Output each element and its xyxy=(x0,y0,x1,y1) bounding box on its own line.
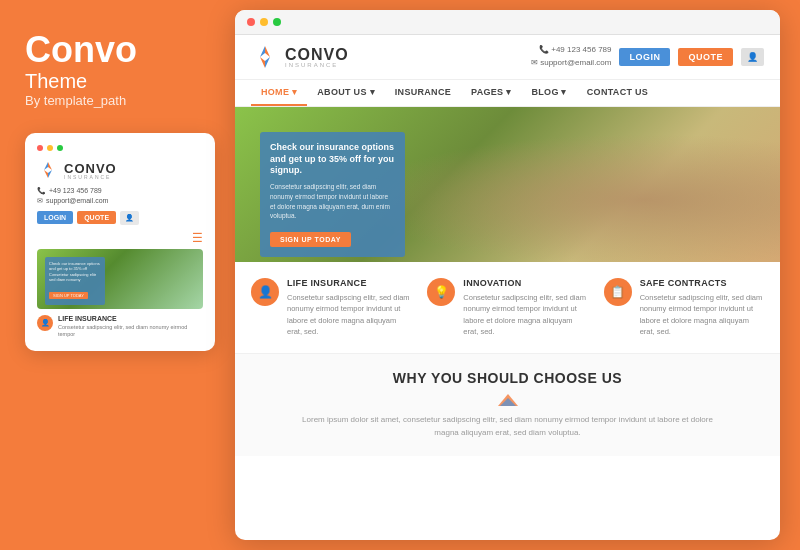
mobile-phone: 📞 +49 123 456 789 xyxy=(37,187,203,195)
svg-marker-2 xyxy=(48,162,52,170)
mobile-hero-overlay: Check our insurance options and get up t… xyxy=(45,257,105,305)
svg-marker-7 xyxy=(260,57,265,68)
feature-text-1: Consetetur sadipscing elitr, sed diam no… xyxy=(463,292,587,337)
desktop-titlebar xyxy=(235,10,780,35)
mobile-feature-title: LIFE INSURANCE xyxy=(58,315,203,322)
svg-marker-3 xyxy=(44,170,48,178)
feature-item-0: 👤 LIFE INSURANCE Consetetur sadipscing e… xyxy=(251,278,411,337)
site-user-button[interactable]: 👤 xyxy=(741,48,764,66)
why-text: Lorem ipsum dolor sit amet, consetetur s… xyxy=(298,414,718,440)
desktop-dot-green xyxy=(273,18,281,26)
feature-text-2: Consetetur sadipscing elitr, sed diam no… xyxy=(640,292,764,337)
nav-item-blog[interactable]: BLOG ▾ xyxy=(521,80,576,106)
feature-content-0: LIFE INSURANCE Consetetur sadipscing eli… xyxy=(287,278,411,337)
feature-icon-2: 📋 xyxy=(604,278,632,306)
phone-icon: 📞 xyxy=(37,187,46,195)
nav-item-about[interactable]: ABOUT US ▾ xyxy=(307,80,385,106)
mobile-hero-signup-button[interactable]: SIGN UP TODAY xyxy=(49,292,88,299)
mobile-feature-content: LIFE INSURANCE Consetetur sadipscing eli… xyxy=(58,315,203,339)
mobile-quote-button[interactable]: QUOTE xyxy=(77,211,116,224)
svg-marker-1 xyxy=(44,162,48,170)
mobile-feature-icon: 👤 xyxy=(37,315,53,331)
feature-title-0: LIFE INSURANCE xyxy=(287,278,411,288)
site-email: ✉ support@email.com xyxy=(531,57,612,70)
mobile-hero-image: Check our insurance options and get up t… xyxy=(37,249,203,309)
site-login-button[interactable]: LOGIN xyxy=(619,48,670,66)
brand-by: By template_path xyxy=(25,93,210,108)
nav-item-insurance[interactable]: INSURANCE xyxy=(385,80,461,106)
mobile-dot-green xyxy=(57,145,63,151)
feature-title-1: INNOVATION xyxy=(463,278,587,288)
site-logo-text: CONVO xyxy=(285,46,349,63)
mobile-login-button[interactable]: LOGIN xyxy=(37,211,73,224)
hero-overlay-box: Check our insurance options and get up t… xyxy=(260,132,405,257)
site-logo-icon xyxy=(251,43,279,71)
site-logo: CONVO INSURANCE xyxy=(251,43,349,71)
mobile-user-button[interactable]: 👤 xyxy=(120,211,139,225)
svg-marker-8 xyxy=(265,57,270,68)
why-divider-icon xyxy=(498,394,518,406)
brand-section: Convo Theme By template_path xyxy=(25,30,210,108)
site-phone: 📞 +49 123 456 789 xyxy=(531,44,612,57)
why-divider xyxy=(251,394,764,406)
left-panel: Convo Theme By template_path CONVO INSUR… xyxy=(0,0,235,550)
nav-item-pages[interactable]: PAGES ▾ xyxy=(461,80,521,106)
desktop-mockup: CONVO INSURANCE 📞 +49 123 456 789 ✉ supp… xyxy=(235,10,780,540)
site-header: CONVO INSURANCE 📞 +49 123 456 789 ✉ supp… xyxy=(235,35,780,80)
hero-overlay-title: Check our insurance options and get up t… xyxy=(270,142,395,177)
brand-subtitle: Theme xyxy=(25,70,210,93)
nav-item-contact[interactable]: CONTACT US xyxy=(577,80,658,106)
email-icon: ✉ xyxy=(37,197,43,205)
svg-marker-4 xyxy=(48,170,52,178)
desktop-dot-red xyxy=(247,18,255,26)
brand-title: Convo xyxy=(25,30,210,70)
feature-item-1: 💡 INNOVATION Consetetur sadipscing elitr… xyxy=(427,278,587,337)
site-contact-info: 📞 +49 123 456 789 ✉ support@email.com xyxy=(531,44,612,70)
features-section: 👤 LIFE INSURANCE Consetetur sadipscing e… xyxy=(235,262,780,354)
mobile-email: ✉ support@email.com xyxy=(37,197,203,205)
why-section: WHY YOU SHOULD CHOOSE US Lorem ipsum dol… xyxy=(235,354,780,456)
hero-overlay-text: Consetetur sadipscing elitr, sed diam no… xyxy=(270,182,395,221)
mobile-logo-sub: INSURANCE xyxy=(64,174,117,180)
mobile-hamburger-icon[interactable]: ☰ xyxy=(37,231,203,245)
mobile-window-dots xyxy=(37,145,203,151)
site-header-right: 📞 +49 123 456 789 ✉ support@email.com LO… xyxy=(531,44,764,70)
nav-item-home[interactable]: HOME ▾ xyxy=(251,80,307,106)
feature-title-2: SAFE CONTRACTS xyxy=(640,278,764,288)
mobile-dot-yellow xyxy=(47,145,53,151)
mobile-feature-text: Consetetur sadipscing elitr, sed diam no… xyxy=(58,324,203,339)
feature-icon-1: 💡 xyxy=(427,278,455,306)
site-hero: Check our insurance options and get up t… xyxy=(235,107,780,262)
mobile-mockup: CONVO INSURANCE 📞 +49 123 456 789 ✉ supp… xyxy=(25,133,215,351)
why-title: WHY YOU SHOULD CHOOSE US xyxy=(251,370,764,386)
feature-icon-0: 👤 xyxy=(251,278,279,306)
mobile-feature-item: 👤 LIFE INSURANCE Consetetur sadipscing e… xyxy=(37,315,203,339)
mobile-dot-red xyxy=(37,145,43,151)
site-nav: HOME ▾ ABOUT US ▾ INSURANCE PAGES ▾ BLOG… xyxy=(235,80,780,107)
mobile-hero-title: Check our insurance options and get up t… xyxy=(49,261,101,272)
site-quote-button[interactable]: QUOTE xyxy=(678,48,733,66)
feature-text-0: Consetetur sadipscing elitr, sed diam no… xyxy=(287,292,411,337)
feature-content-2: SAFE CONTRACTS Consetetur sadipscing eli… xyxy=(640,278,764,337)
mobile-logo-icon xyxy=(37,159,59,181)
svg-marker-5 xyxy=(260,46,265,57)
mobile-logo-row: CONVO INSURANCE xyxy=(37,159,203,181)
feature-content-1: INNOVATION Consetetur sadipscing elitr, … xyxy=(463,278,587,337)
mobile-hero-desc: Consetetur sadipscing elitr sed diam non… xyxy=(49,272,101,283)
mobile-buttons: LOGIN QUOTE 👤 xyxy=(37,211,203,225)
feature-item-2: 📋 SAFE CONTRACTS Consetetur sadipscing e… xyxy=(604,278,764,337)
svg-marker-6 xyxy=(265,46,270,57)
hero-signup-button[interactable]: SIGN UP TODAY xyxy=(270,232,351,247)
desktop-dot-yellow xyxy=(260,18,268,26)
